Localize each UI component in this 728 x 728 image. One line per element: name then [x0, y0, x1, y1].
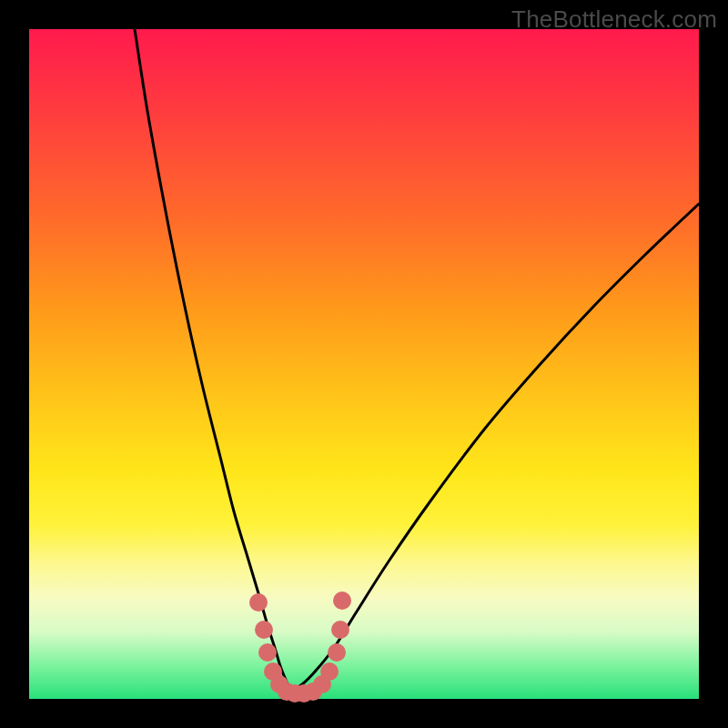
- trough-marker: [320, 662, 339, 681]
- trough-marker: [258, 643, 277, 662]
- trough-marker: [255, 621, 273, 639]
- trough-marker-group: [249, 592, 351, 703]
- trough-marker: [249, 593, 268, 612]
- chart-plot-area: [29, 29, 699, 699]
- bottleneck-curve: [29, 29, 699, 699]
- curve-path: [135, 29, 699, 690]
- watermark-text: TheBottleneck.com: [511, 5, 717, 34]
- trough-marker: [333, 592, 351, 610]
- trough-marker: [331, 621, 349, 639]
- trough-marker: [328, 643, 346, 662]
- chart-frame: TheBottleneck.com: [0, 0, 728, 728]
